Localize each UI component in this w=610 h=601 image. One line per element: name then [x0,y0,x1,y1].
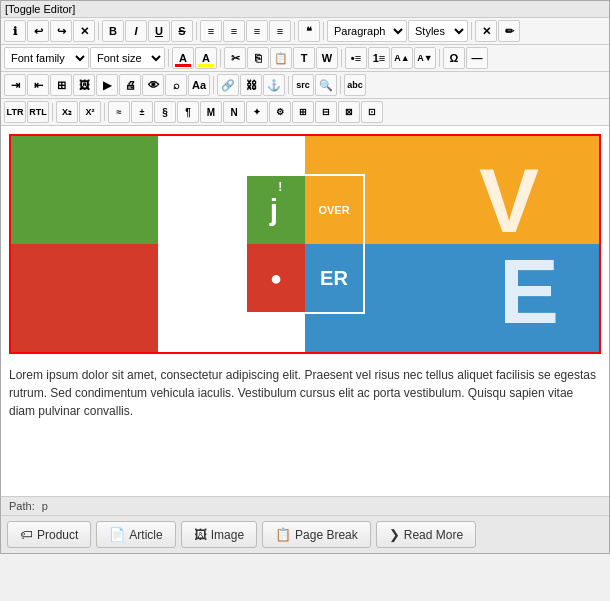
close-button[interactable]: ✕ [73,20,95,42]
info-button[interactable]: ℹ [4,20,26,42]
extra9-button[interactable]: ⊟ [315,101,337,123]
link-button[interactable]: 🔗 [217,74,239,96]
extra7-button[interactable]: ⚙ [269,101,291,123]
strikethrough-button[interactable]: S [171,20,193,42]
image-button[interactable]: 🖼 Image [181,521,257,548]
indent-button[interactable]: ⇥ [4,74,26,96]
sep14 [104,103,105,121]
sep12 [340,76,341,94]
article-icon: 📄 [109,527,125,542]
logo-er: ER [320,267,348,290]
char-map-button[interactable]: Aa [188,74,210,96]
extra4-button[interactable]: ¶ [177,101,199,123]
sep1 [98,22,99,40]
page-break-button[interactable]: 📋 Page Break [262,521,371,548]
extra5-button[interactable]: N [223,101,245,123]
source-button[interactable]: src [292,74,314,96]
styles-select[interactable]: Styles [408,20,468,42]
path-label: Path: [9,500,35,512]
product-label: Product [37,528,78,542]
logo-excl: ! [278,180,282,194]
bold-button[interactable]: B [102,20,124,42]
highlight-btn2[interactable]: M [200,101,222,123]
redo-button[interactable]: ↪ [50,20,72,42]
sep4 [323,22,324,40]
align-right-button[interactable]: ≡ [246,20,268,42]
list-bullet-button[interactable]: •≡ [345,47,367,69]
sep11 [288,76,289,94]
logo-dot: ● [270,267,282,290]
paint-button[interactable]: ✏ [498,20,520,42]
logo-red-cell: ● [247,244,305,312]
highlight-color-button[interactable]: A [195,47,217,69]
paste-button[interactable]: 📋 [270,47,292,69]
rtl-button[interactable]: RTL [27,101,49,123]
big-v-letter: V [479,156,539,246]
find-button[interactable]: 🔍 [315,74,337,96]
special-chars-button[interactable]: Ω [443,47,465,69]
path-bar: Path: p [1,496,609,515]
table-button[interactable]: ⊞ [50,74,72,96]
print-button[interactable]: 🖨 [119,74,141,96]
undo-button[interactable]: ↩ [27,20,49,42]
copy-button[interactable]: ⎘ [247,47,269,69]
sep9 [439,49,440,67]
align-center-button[interactable]: ≡ [223,20,245,42]
extra10-button[interactable]: ⊠ [338,101,360,123]
article-button[interactable]: 📄 Article [96,521,175,548]
image-btn[interactable]: 🖼 [73,74,95,96]
spellcheck-button[interactable]: abc [344,74,366,96]
preview-button[interactable]: 👁 [142,74,164,96]
media-button[interactable]: ▶ [96,74,118,96]
sep5 [471,22,472,40]
extra1-button[interactable]: ≈ [108,101,130,123]
clear-format-button[interactable]: ✕ [475,20,497,42]
page-break-icon: 📋 [275,527,291,542]
product-button[interactable]: 🏷 Product [7,521,91,548]
paste-word-button[interactable]: W [316,47,338,69]
superscript-button[interactable]: X² [79,101,101,123]
paragraph-select[interactable]: Paragraph Heading 1 Heading 2 [327,20,407,42]
extra11-button[interactable]: ⊡ [361,101,383,123]
subscript-button[interactable]: X₂ [56,101,78,123]
align-left-button[interactable]: ≡ [200,20,222,42]
path-value: p [42,500,48,512]
font-size-select[interactable]: Font size [90,47,165,69]
list-number-button[interactable]: 1≡ [368,47,390,69]
anchor-button[interactable]: ⚓ [263,74,285,96]
font-size-down-button[interactable]: A▼ [414,47,436,69]
zoom-button[interactable]: ⌕ [165,74,187,96]
underline-button[interactable]: U [148,20,170,42]
ltr-button[interactable]: LTR [4,101,26,123]
horizontal-rule-button[interactable]: — [466,47,488,69]
logo-orange-cell: OVER [305,176,363,244]
editor-wrapper: [Toggle Editor] ℹ ↩ ↪ ✕ B I U S ≡ ≡ ≡ ≡ … [0,0,610,554]
logo-over: OVER [318,203,349,217]
article-label: Article [129,528,162,542]
grid-cell-5 [11,244,158,352]
font-size-up-button[interactable]: A▲ [391,47,413,69]
toggle-bar: [Toggle Editor] [1,1,609,18]
extra6-button[interactable]: ✦ [246,101,268,123]
sep2 [196,22,197,40]
blockquote-button[interactable]: ❝ [298,20,320,42]
editor-body-text: Lorem ipsum dolor sit amet, consectetur … [9,362,601,424]
extra3-button[interactable]: § [154,101,176,123]
editor-area[interactable]: V E j ! OVER ● [1,126,609,496]
font-family-select[interactable]: Font family [4,47,89,69]
editor-image: V E j ! OVER ● [9,134,601,354]
extra2-button[interactable]: ± [131,101,153,123]
toolbar-row-1: ℹ ↩ ↪ ✕ B I U S ≡ ≡ ≡ ≡ ❝ Paragraph Head… [1,18,609,45]
cut-button[interactable]: ✂ [224,47,246,69]
outdent-button[interactable]: ⇤ [27,74,49,96]
sep10 [213,76,214,94]
font-color-button[interactable]: A [172,47,194,69]
italic-button[interactable]: I [125,20,147,42]
extra8-button[interactable]: ⊞ [292,101,314,123]
align-justify-button[interactable]: ≡ [269,20,291,42]
page-break-label: Page Break [295,528,358,542]
read-more-button[interactable]: ❯ Read More [376,521,476,548]
unlink-button[interactable]: ⛓ [240,74,262,96]
paste-text-button[interactable]: T [293,47,315,69]
big-e-letter: E [499,247,559,337]
